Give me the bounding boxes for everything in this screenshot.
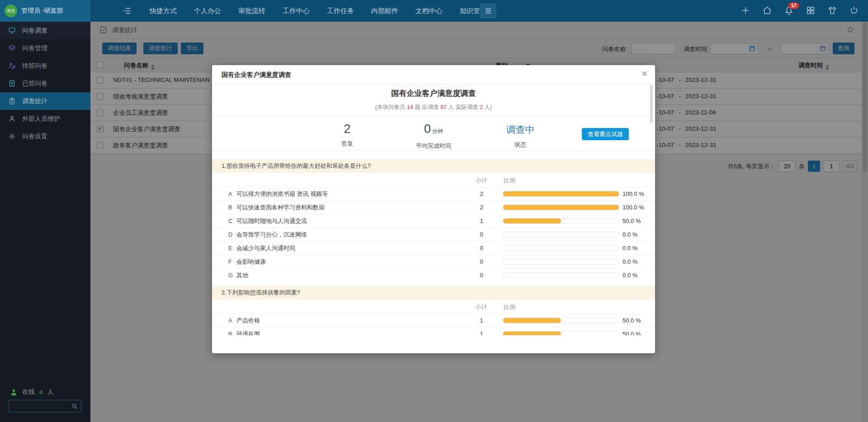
theme-tshirt-icon[interactable] (827, 5, 838, 16)
sidebar-search-input[interactable] (11, 401, 68, 412)
ratio-bar-track (503, 245, 619, 251)
ratio-bar-track (503, 204, 619, 210)
sidebar-item-questionnaire-settings[interactable]: 问卷设置 (0, 128, 90, 145)
sidebar-item-answered-questionnaires[interactable]: 已答问卷 (0, 75, 90, 92)
option-row: D会导致学习分心，沉迷网络0 0.0 % (212, 228, 655, 241)
option-row: G其他0 0.0 % (212, 268, 655, 282)
option-text: 可以随时随地与人沟通交流 (236, 214, 307, 228)
survey-title: 国有企业客户满意度调查 (212, 88, 655, 100)
option-percent: 50.0 % (623, 327, 641, 335)
nav-item-quick-access[interactable]: 快捷方式 (141, 0, 185, 22)
clipboard-icon (8, 97, 16, 105)
survey-statistics-modal: 国有企业客户满意度调查 ✕ 国有企业客户满意度调查 (本张问卷共 14 题 应调… (212, 65, 655, 353)
add-icon[interactable] (741, 5, 751, 16)
option-text: 会导致学习分心，沉迷网络 (236, 228, 307, 242)
monitor-icon (8, 27, 16, 34)
stat-replies: 2 答复 (341, 116, 353, 148)
sidebar-item-label: 待答问卷 (22, 62, 47, 70)
user-edit-icon (8, 62, 16, 70)
option-count: 1 (472, 314, 491, 327)
sidebar-item-label: 问卷管理 (22, 44, 47, 52)
user-name: 管理员 -研发部 (21, 7, 63, 15)
option-letter: C (228, 214, 232, 228)
option-letter: E (228, 242, 232, 255)
option-count: 2 (472, 187, 491, 201)
sidebar-item-label: 问卷调查 (22, 27, 47, 35)
option-letter: B (228, 201, 232, 214)
document-icon (8, 80, 16, 87)
option-percent: 0.0 % (623, 269, 637, 282)
option-percent: 100.0 % (623, 187, 644, 201)
option-count: 1 (472, 214, 491, 228)
option-text: 可以很方便的浏览书籍 资讯 视频等 (236, 187, 328, 201)
sidebar-search (9, 400, 81, 413)
ratio-bar-track (503, 232, 619, 237)
option-row: C可以随时随地与人沟通交流1 50.0 % (212, 214, 655, 228)
online-status: 在线 4 人 (10, 388, 54, 396)
stat-avg-value: 0分钟 (416, 122, 451, 138)
power-icon[interactable] (849, 5, 860, 16)
option-row: B环境氛围1 50.0 % (212, 327, 655, 335)
option-percent: 0.0 % (623, 242, 637, 255)
sidebar-item-pending-questionnaires[interactable]: 待答问卷 (0, 57, 90, 75)
option-count: 0 (472, 228, 491, 242)
modal-scrollbar-thumb[interactable] (650, 85, 653, 123)
stat-status: 调查中 状态 (506, 116, 535, 149)
nav-item-internal-mail[interactable]: 内部邮件 (363, 0, 407, 22)
option-percent: 100.0 % (623, 201, 644, 214)
notifications-icon[interactable]: 17 (784, 5, 795, 16)
stat-avg-label: 平均完成时间 (416, 142, 451, 150)
option-percent: 0.0 % (623, 228, 637, 242)
nav-item-approval-flow[interactable]: 审批流转 (230, 0, 274, 22)
option-percent: 50.0 % (623, 214, 641, 228)
ratio-bar-fill (503, 332, 561, 335)
option-count: 0 (472, 242, 491, 255)
modal-title: 国有企业客户满意度调查 (222, 65, 291, 84)
stat-replies-label: 答复 (341, 140, 353, 148)
main-nav: 快捷方式 个人办公 审批流转 工作中心 工作任务 内部邮件 文档中心 知识管理 (141, 0, 495, 22)
option-text: 会影响健康 (236, 255, 266, 269)
nav-item-document-center[interactable]: 文档中心 (407, 0, 451, 22)
user-icon (8, 115, 16, 123)
option-letter: D (228, 228, 232, 242)
option-percent: 50.0 % (623, 314, 641, 327)
sidebar-item-survey-statistics[interactable]: 调查统计 (0, 92, 90, 110)
nav-item-work-tasks[interactable]: 工作任务 (318, 0, 363, 22)
search-icon[interactable] (71, 403, 78, 410)
modal-body: 国有企业客户满意度调查 (本张问卷共 14 题 应调查 87 人 实际调查 2 … (212, 84, 655, 335)
sidebar-item-label: 外部人员维护 (22, 115, 60, 123)
option-letter: F (228, 255, 232, 269)
topbar-icons: 17 (741, 0, 860, 22)
nav-item-work-center[interactable]: 工作中心 (274, 0, 318, 22)
option-row: E会减少与家人沟通时间0 0.0 % (212, 241, 655, 255)
sidebar-item-external-personnel[interactable]: 外部人员维护 (0, 110, 90, 128)
survey-subtitle: (本张问卷共 14 题 应调查 87 人 实际调查 2 人) (212, 103, 655, 111)
option-row: A产品价格1 50.0 % (212, 313, 655, 327)
ratio-bar-fill (503, 205, 619, 210)
more-menu-button[interactable] (480, 3, 496, 19)
option-letter: B (228, 327, 232, 335)
option-row: A可以很方便的浏览书籍 资讯 视频等2 100.0 % (212, 187, 655, 200)
sidebar-item-label: 调查统计 (22, 97, 47, 105)
stat-replies-value: 2 (341, 122, 353, 136)
sidebar-item-survey-management[interactable]: 问卷管理 (0, 39, 90, 57)
option-count: 0 (472, 269, 491, 282)
view-key-questions-button[interactable]: 查看重点试题 (582, 128, 629, 140)
close-icon[interactable]: ✕ (642, 69, 648, 79)
option-text: 其他 (236, 269, 248, 282)
ratio-header: 比例 (504, 174, 515, 187)
avatar: 理员 (5, 5, 17, 17)
home-icon[interactable] (762, 5, 773, 16)
sidebar-item-label: 已答问卷 (22, 80, 47, 88)
apps-grid-icon[interactable] (806, 5, 816, 16)
option-text: 可以快速查阅各种学习资料和数据 (236, 201, 325, 214)
layers-icon (8, 44, 16, 52)
option-row: B可以快速查阅各种学习资料和数据2 100.0 % (212, 200, 655, 214)
user-chip[interactable]: 理员 管理员 -研发部 (0, 0, 90, 22)
ratio-bar-track (503, 191, 619, 197)
stat-status-label: 状态 (506, 141, 535, 149)
collapse-menu-icon[interactable] (122, 6, 132, 16)
sidebar-item-survey[interactable]: 问卷调查 (0, 22, 90, 39)
nav-item-personal-office[interactable]: 个人办公 (185, 0, 230, 22)
ratio-bar-track (503, 272, 619, 278)
